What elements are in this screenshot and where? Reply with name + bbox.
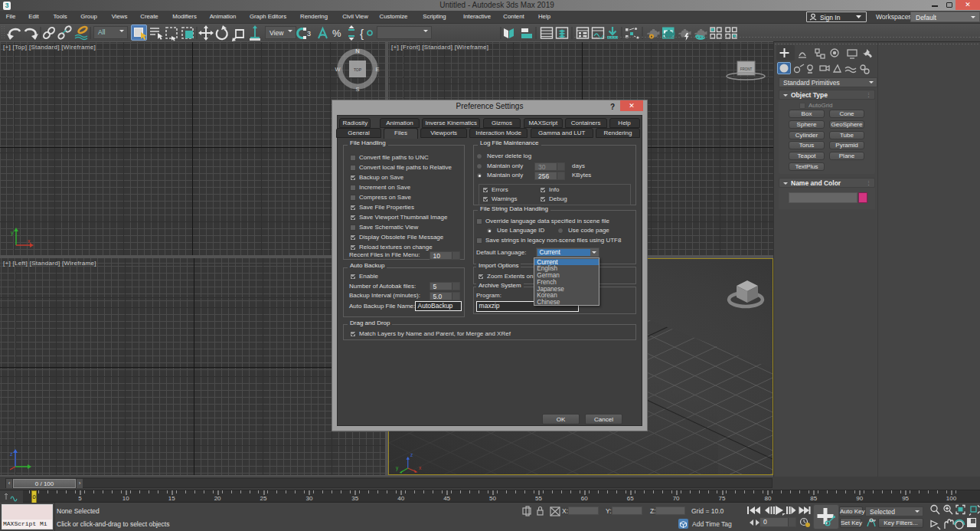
svg-text:z: z [10,451,13,457]
svg-text:y: y [11,230,14,236]
svg-text:E: E [375,66,379,73]
svg-text:x: x [419,465,422,470]
svg-text:y: y [396,465,399,471]
svg-text:W: W [335,66,341,73]
svg-text:S: S [355,86,359,93]
svg-text:z: z [410,452,413,457]
svg-text:N: N [355,48,359,54]
svg-text:x: x [28,238,31,244]
svg-text:FRONT: FRONT [740,67,753,71]
svg-text:TOP: TOP [354,67,362,72]
